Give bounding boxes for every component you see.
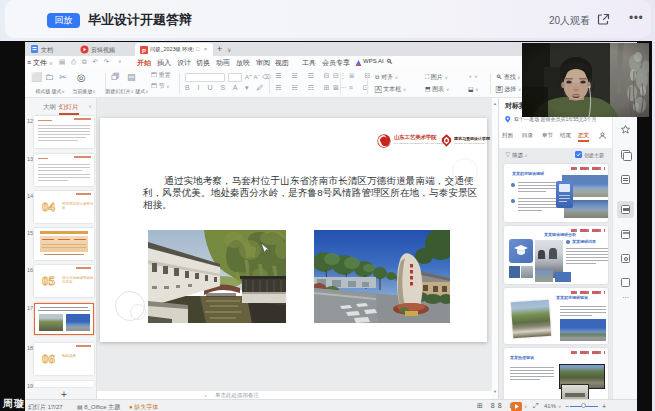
svg-text:P: P xyxy=(142,47,146,53)
